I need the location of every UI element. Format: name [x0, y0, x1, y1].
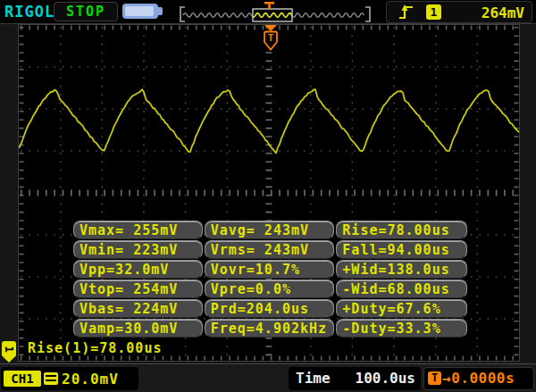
- measurement-row: Vmax= 255mV Vavg= 243mV Rise=78.00us: [73, 221, 467, 239]
- measurement-cell-vbas: Vbas= 224mV: [73, 299, 203, 318]
- measurement-row: Vbas= 224mV Prd=204.0us +Duty=67.6%: [73, 299, 467, 318]
- trigger-position-marker[interactable]: T: [262, 25, 280, 52]
- measurement-row: Vmin= 223mV Vrms= 243mV Fall=94.00us: [73, 240, 467, 259]
- measurement-cell-pduty: +Duty=67.6%: [336, 299, 467, 318]
- rigol-logo: RIGOL: [4, 3, 54, 21]
- coupling-icon: [44, 372, 58, 385]
- measurement-cell-nwid: -Wid=68.00us: [336, 279, 467, 298]
- measurement-cell-vavg: Vavg= 243mV: [205, 221, 335, 239]
- run-state-indicator[interactable]: STOP: [54, 2, 118, 21]
- right-bracket-icon: [365, 7, 370, 21]
- battery-icon: [122, 4, 158, 19]
- measurement-cell-vmax: Vmax= 255mV: [73, 221, 203, 239]
- trigger-settings-box[interactable]: 1 264mV: [386, 1, 532, 23]
- trigger-offset-t-badge: T: [428, 371, 441, 385]
- measurement-cell-pwid: +Wid=138.0us: [336, 260, 467, 279]
- measurement-row: Vamp=30.0mV Freq=4.902kHz -Duty=33.3%: [73, 319, 467, 338]
- measurement-cell-freq: Freq=4.902kHz: [205, 319, 335, 338]
- rise-readout: Rise(1)=78.00us: [28, 340, 162, 356]
- measurement-cell-rise: Rise=78.00us: [336, 221, 467, 239]
- trigger-offset-value: →0.0000s: [442, 368, 515, 389]
- trigger-source-badge: 1: [426, 4, 441, 20]
- rising-edge-trigger-icon: [398, 4, 415, 21]
- oscilloscope-screen: RIGOL STOP 1 264mV: [0, 0, 536, 392]
- trigger-level-value: 264mV: [482, 4, 524, 21]
- channel1-position-marker[interactable]: 1: [2, 341, 16, 363]
- measurement-cell-vovr: Vovr=10.7%: [205, 260, 335, 279]
- bottom-status-bar: CH1 20.0mV Time 100.0us T →0.0000s: [0, 363, 536, 392]
- svg-text:T: T: [268, 32, 274, 44]
- measurement-cell-vamp: Vamp=30.0mV: [73, 319, 203, 338]
- overview-trigger-t-icon: [264, 2, 274, 9]
- channel1-badge: CH1: [4, 371, 41, 387]
- channel1-position-label: 1: [4, 344, 14, 354]
- measurement-row: Vtop= 254mV Vpre=0.0% -Wid=68.00us: [73, 279, 467, 298]
- measurements-panel: Vmax= 255mV Vavg= 243mV Rise=78.00us Vmi…: [73, 221, 467, 338]
- measurement-cell-vtop: Vtop= 254mV: [73, 279, 203, 298]
- measurement-cell-nduty: -Duty=33.3%: [336, 319, 467, 338]
- graticule-display: T Vmax= 255mV Vavg= 243mV Rise=78.00us V…: [18, 24, 520, 362]
- timebase-box[interactable]: Time 100.0us: [289, 367, 421, 390]
- timebase-value: 100.0us: [356, 367, 415, 390]
- measurement-cell-vmin: Vmin= 223mV: [73, 240, 203, 259]
- top-status-bar: RIGOL STOP 1 264mV: [0, 0, 536, 24]
- measurement-cell-prd: Prd=204.0us: [205, 299, 335, 318]
- timebase-label: Time: [296, 367, 331, 390]
- waveform-overview-strip[interactable]: [174, 2, 376, 23]
- measurement-cell-vpre: Vpre=0.0%: [205, 279, 335, 298]
- measurement-row: Vpp=32.0mV Vovr=10.7% +Wid=138.0us: [73, 260, 467, 279]
- measurement-cell-vpp: Vpp=32.0mV: [73, 260, 203, 279]
- measurement-cell-vrms: Vrms= 243mV: [205, 240, 335, 259]
- overview-viewport-box[interactable]: [253, 9, 292, 21]
- trigger-offset-box[interactable]: T →0.0000s: [423, 367, 534, 390]
- channel1-scale-value: 20.0mV: [62, 371, 119, 388]
- channel1-settings-box[interactable]: CH1 20.0mV: [1, 367, 138, 390]
- measurement-cell-fall: Fall=94.00us: [336, 240, 467, 259]
